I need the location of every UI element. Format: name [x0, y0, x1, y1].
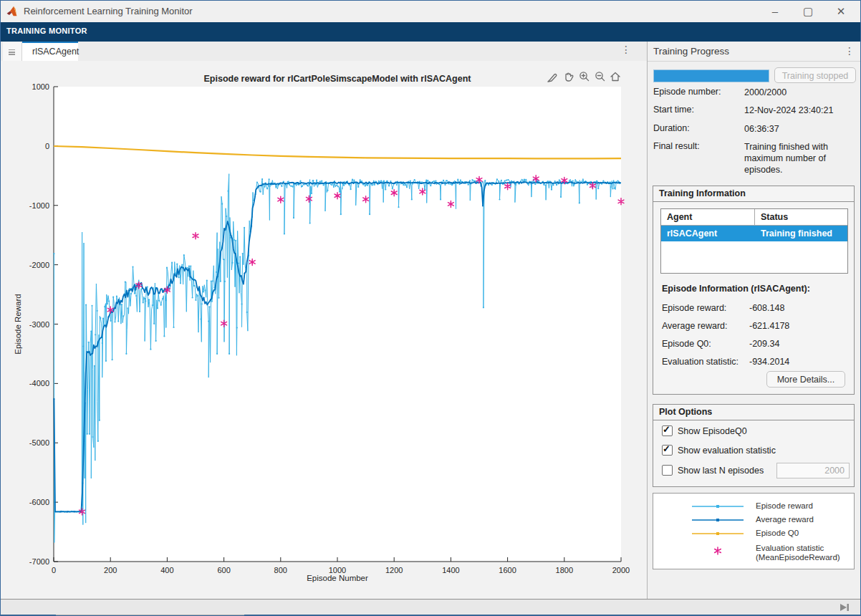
duration-value: 06:36:37	[744, 123, 853, 135]
average-reward-label: Average reward:	[662, 321, 749, 331]
show-episodeq0-checkbox[interactable]	[662, 425, 673, 436]
axes-toolbar	[548, 72, 620, 82]
svg-text:Episode reward for rlCartPoleS: Episode reward for rlCartPoleSimscapeMod…	[204, 74, 472, 84]
status-bar	[1, 599, 860, 615]
edit-plot-icon	[548, 74, 557, 82]
training-progress-panel: Training Progress ⋮ Training stopped Epi…	[648, 42, 861, 599]
episode-information-title: Episode Information (rlSACAgent):	[662, 284, 810, 294]
show-last-n-episodes-option[interactable]: Show last N episodes	[662, 465, 764, 476]
training-progress-bar	[653, 69, 769, 82]
average-reward-row: Average reward:-621.4178	[662, 321, 789, 331]
table-empty-area	[661, 241, 847, 273]
title-bar: Reinforcement Learning Training Monitor …	[1, 1, 860, 23]
episode-reward-label: Episode reward:	[662, 303, 749, 313]
episode-number-row: Episode number:2000/2000	[653, 87, 853, 98]
svg-text:200: 200	[104, 566, 117, 574]
close-button[interactable]: ✕	[824, 1, 857, 22]
episode-reward-row: Episode reward:-608.148	[662, 303, 784, 313]
plot-options-box: Plot Options Show EpisodeQ0 Show evaluat…	[653, 404, 855, 487]
skip-end-icon[interactable]	[839, 602, 850, 612]
evaluation-statistic-row: Evaluation statistic:-934.2014	[662, 357, 789, 367]
final-result-row: Final result:Training finished with maxi…	[653, 141, 853, 175]
agent-cell: rlSACAgent	[661, 226, 755, 241]
legend-label-episode-reward: Episode reward	[756, 501, 813, 511]
window-title: Reinforcement Learning Training Monitor	[24, 6, 193, 16]
figure-area: Episode reward for rlCartPoleSimscapeMod…	[1, 61, 647, 599]
start-time-row: Start time:12-Nov-2024 23:40:21	[653, 105, 853, 116]
show-evaluation-statistic-label: Show evaluation statistic	[678, 446, 776, 456]
episode-q0-row: Episode Q0:-209.34	[662, 339, 779, 349]
tab-grip-button[interactable]	[3, 42, 22, 61]
minimize-button[interactable]: –	[759, 1, 792, 22]
svg-text:-5000: -5000	[29, 438, 49, 447]
svg-text:1000: 1000	[329, 566, 346, 574]
legend-item-average-reward: Average reward	[653, 514, 854, 526]
episode-q0-label: Episode Q0:	[662, 339, 749, 349]
grip-icon	[9, 48, 15, 57]
svg-text:1800: 1800	[556, 566, 573, 574]
agent-column-header: Agent	[661, 209, 755, 225]
episode-reward-swatch	[689, 501, 746, 511]
show-last-n-episodes-checkbox[interactable]	[662, 465, 673, 476]
episode-number-value: 2000/2000	[744, 87, 853, 98]
svg-text:-4000: -4000	[29, 379, 49, 388]
tab-rlsacagent[interactable]: rlSACAgent	[22, 42, 78, 61]
pan-icon	[566, 73, 573, 81]
training-information-title: Training Information	[653, 186, 854, 202]
show-evaluation-statistic-checkbox[interactable]	[662, 445, 673, 456]
start-time-value: 12-Nov-2024 23:40:21	[744, 105, 853, 116]
svg-text:-1000: -1000	[29, 201, 49, 210]
agent-status-table: Agent Status rlSACAgent Training finishe…	[660, 208, 848, 274]
status-cell: Training finished	[755, 226, 847, 241]
final-result-value: Training finished with maximum number of…	[744, 141, 853, 175]
svg-text:800: 800	[274, 566, 287, 574]
panel-title: Training Progress	[653, 46, 729, 57]
evaluation-statistic-label: Evaluation statistic:	[662, 357, 749, 367]
show-episodeq0-label: Show EpisodeQ0	[678, 426, 747, 436]
legend-item-episode-reward: Episode reward	[653, 500, 854, 513]
episode-q0-value: -209.34	[749, 339, 779, 349]
matlab-logo-icon	[6, 5, 19, 18]
app-window: { "window": { "title": "Reinforcement Le…	[0, 0, 861, 616]
svg-text:1200: 1200	[385, 566, 403, 574]
duration-row: Duration:06:36:37	[653, 123, 853, 135]
last-n-episodes-input[interactable]	[776, 463, 850, 478]
panel-menu-button[interactable]: ⋮	[845, 45, 855, 57]
svg-text:Episode Reward: Episode Reward	[14, 294, 22, 354]
duration-label: Duration:	[653, 123, 744, 133]
svg-text:-2000: -2000	[29, 261, 49, 269]
start-time-label: Start time:	[653, 105, 744, 115]
legend-label-episode-q0: Episode Q0	[756, 529, 799, 538]
svg-text:0: 0	[45, 142, 49, 150]
average-reward-value: -621.4178	[749, 321, 789, 331]
maximize-button[interactable]: ▢	[792, 1, 824, 22]
zoom-out-icon	[596, 72, 605, 81]
svg-text:-7000: -7000	[29, 557, 49, 566]
tab-overflow-menu[interactable]: ⋮	[620, 44, 632, 55]
svg-text:Episode Number: Episode Number	[307, 574, 368, 582]
evaluation-statistic-swatch	[689, 544, 746, 558]
show-episodeq0-option[interactable]: Show EpisodeQ0	[662, 425, 747, 437]
training-reward-chart[interactable]: Episode reward for rlCartPoleSimscapeMod…	[1, 61, 647, 599]
svg-text:400: 400	[160, 566, 173, 574]
panel-separator	[648, 61, 861, 62]
episode-reward-value: -608.148	[749, 303, 784, 313]
show-evaluation-statistic-option[interactable]: Show evaluation statistic	[662, 445, 776, 456]
svg-text:-3000: -3000	[29, 320, 49, 329]
legend-label-evaluation-statistic: Evaluation statistic(MeanEpisodeReward)	[756, 544, 840, 562]
episode-number-label: Episode number:	[653, 87, 744, 97]
episode-q0-swatch	[689, 529, 746, 539]
legend-item-evaluation-statistic: Evaluation statistic(MeanEpisodeReward)	[653, 542, 854, 562]
table-header-row: Agent Status	[661, 209, 847, 226]
legend-item-episode-q0: Episode Q0	[653, 527, 854, 540]
home-icon	[611, 73, 620, 81]
ribbon-tab-training-monitor[interactable]: TRAINING MONITOR	[6, 27, 87, 35]
progress-fill	[654, 70, 769, 82]
table-row[interactable]: rlSACAgent Training finished	[661, 226, 847, 241]
toolstrip: TRAINING MONITOR	[1, 22, 860, 42]
zoom-in-icon	[580, 72, 589, 81]
more-details-button[interactable]: More Details...	[766, 371, 845, 388]
training-stopped-button[interactable]: Training stopped	[774, 67, 856, 83]
svg-text:1400: 1400	[442, 566, 459, 574]
svg-text:1000: 1000	[32, 82, 49, 91]
